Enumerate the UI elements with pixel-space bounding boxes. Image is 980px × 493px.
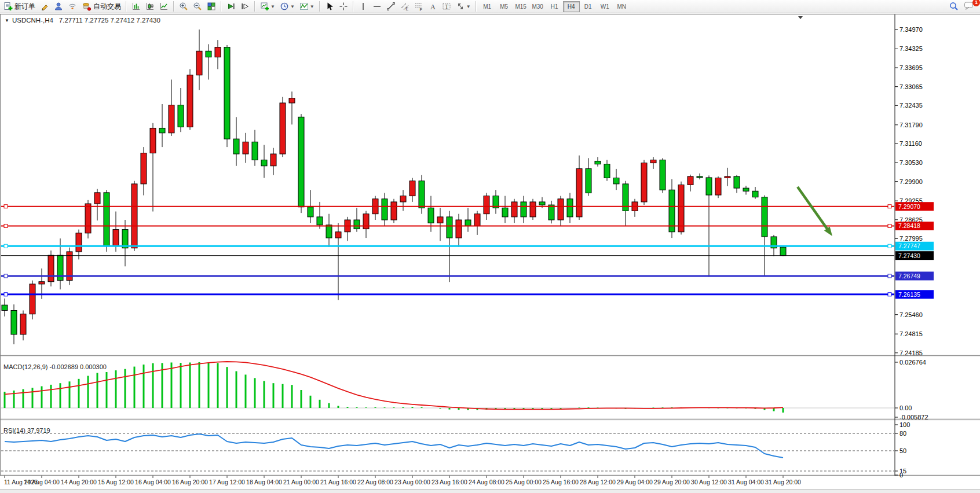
candle-down xyxy=(104,193,109,246)
candle-up xyxy=(530,202,536,217)
line-anchor-handle[interactable] xyxy=(4,274,8,278)
candle-down xyxy=(780,247,786,256)
fibonacci-icon: F xyxy=(414,2,423,11)
signals-button[interactable] xyxy=(66,1,79,12)
svg-text:F: F xyxy=(419,7,422,12)
chart-symbol-header[interactable]: ▼ USDCNH-,H4 7.27711 7.27725 7.27412 7.2… xyxy=(5,17,160,24)
equidistant-channel-tool-button[interactable]: E xyxy=(398,1,411,12)
candle-up xyxy=(558,199,564,220)
candle-down xyxy=(428,208,434,223)
candle-up xyxy=(335,232,341,238)
time-axis-label: 15 Aug 12:00 xyxy=(98,479,134,485)
line-anchor-handle[interactable] xyxy=(888,205,891,208)
indicators-button[interactable]: ▼ xyxy=(298,1,316,12)
bar-chart-mode-button[interactable] xyxy=(130,1,142,12)
price-tick-label: 7.32435 xyxy=(899,102,923,109)
chart-shift-button[interactable] xyxy=(239,1,251,12)
candle-down xyxy=(743,188,749,191)
timeframe-button-m30[interactable]: M30 xyxy=(529,1,546,12)
timeframe-button-h4[interactable]: H4 xyxy=(563,1,580,12)
trendline-tool-button[interactable] xyxy=(385,1,397,12)
candle-down xyxy=(762,197,767,237)
candle-up xyxy=(391,202,397,220)
candle-down xyxy=(502,208,508,217)
trendline-icon xyxy=(386,2,396,11)
timeframe-button-h1[interactable]: H1 xyxy=(546,1,563,12)
time-axis-label: 16 Aug 04:00 xyxy=(135,479,171,485)
timeframe-button-m5[interactable]: M5 xyxy=(496,1,513,12)
price-tick-label: 7.31790 xyxy=(899,122,923,128)
line-anchor-handle[interactable] xyxy=(888,293,891,296)
candle-down xyxy=(11,310,17,334)
candle-down xyxy=(752,191,758,197)
line-anchor-handle[interactable] xyxy=(888,244,891,248)
metaeditor-button[interactable] xyxy=(38,1,51,12)
text-tool-button[interactable]: A xyxy=(426,1,439,12)
svg-text:T: T xyxy=(445,4,448,10)
timeframe-button-mn[interactable]: MN xyxy=(613,1,630,12)
candle-down xyxy=(706,178,712,195)
price-tick-label: 7.33695 xyxy=(899,64,923,71)
auto-trading-button[interactable]: 自动交易 xyxy=(80,1,123,12)
time-axis-label: 17 Aug 12:00 xyxy=(209,479,245,485)
tile-windows-button[interactable] xyxy=(205,1,218,12)
zoom-in-button[interactable] xyxy=(177,1,190,12)
line-anchor-handle[interactable] xyxy=(4,244,8,248)
line-anchor-handle[interactable] xyxy=(4,293,8,296)
horizontal-line-tool-button[interactable] xyxy=(371,1,383,12)
price-tick-label: 7.34970 xyxy=(899,26,923,33)
candle-up xyxy=(30,284,35,314)
toolbar-separator xyxy=(254,1,255,12)
candle-up xyxy=(289,98,295,103)
time-axis-label: 31 Aug 04:00 xyxy=(728,479,764,485)
line-anchor-handle[interactable] xyxy=(888,224,891,227)
candle-up xyxy=(113,230,119,246)
candle-down xyxy=(419,181,425,208)
time-axis-label: 28 Aug 12:00 xyxy=(580,479,616,485)
candle-up xyxy=(215,47,221,57)
timeframe-button-m15[interactable]: M15 xyxy=(513,1,529,12)
profiles-button[interactable]: ▼ xyxy=(278,1,297,12)
time-axis-label: 29 Aug 20:00 xyxy=(654,479,690,485)
new-chart-button[interactable]: ▼ xyxy=(258,1,277,12)
cursor-tool-button[interactable] xyxy=(323,1,336,12)
time-axis-label: 21 Aug 16:00 xyxy=(320,479,356,485)
new-order-button[interactable]: 新订单 xyxy=(2,1,37,12)
candle-down xyxy=(224,47,230,139)
line-anchor-handle[interactable] xyxy=(4,205,8,208)
line-anchor-handle[interactable] xyxy=(4,224,8,227)
candle-down xyxy=(447,217,452,238)
market-watch-button[interactable] xyxy=(52,1,65,12)
arrows-tool-button[interactable]: ▼ xyxy=(454,1,473,12)
line-anchor-handle[interactable] xyxy=(888,274,891,278)
candlestick-mode-button[interactable] xyxy=(144,1,156,12)
crosshair-tool-button[interactable] xyxy=(337,1,350,12)
time-axis-label: 22 Aug 08:00 xyxy=(357,479,393,485)
timeframe-button-d1[interactable]: D1 xyxy=(580,1,597,12)
candle-up xyxy=(641,163,647,202)
timeframe-button-m1[interactable]: M1 xyxy=(479,1,496,12)
macd-tick-label: 0.026764 xyxy=(899,359,926,366)
price-tick-label: 7.34325 xyxy=(899,45,923,52)
candle-up xyxy=(474,214,480,226)
line-chart-mode-button[interactable] xyxy=(158,1,170,12)
vertical-line-tool-button[interactable] xyxy=(357,1,370,12)
timeframe-button-w1[interactable]: W1 xyxy=(597,1,613,12)
chart-canvas[interactable]: 7.349707.343257.336957.330657.324357.317… xyxy=(0,14,980,489)
price-tick-label: 7.27995 xyxy=(899,235,923,242)
new-order-icon xyxy=(3,2,13,11)
zoom-out-button[interactable] xyxy=(191,1,204,12)
candle-down xyxy=(567,199,573,217)
candlestick-icon xyxy=(145,2,155,11)
text-label-tool-button[interactable]: T xyxy=(440,1,453,12)
search-button[interactable] xyxy=(947,1,961,12)
fibonacci-tool-button[interactable]: F xyxy=(412,1,425,12)
arrows-icon xyxy=(456,2,465,11)
time-axis-label: 21 Aug 00:00 xyxy=(283,479,319,485)
candle-up xyxy=(48,255,54,282)
auto-scroll-button[interactable] xyxy=(225,1,237,12)
notification-badge[interactable]: 1 xyxy=(972,0,980,6)
candle-down xyxy=(206,51,211,57)
macd-indicator-label: MACD(12,26,9) -0.002689 0.000300 xyxy=(3,363,107,370)
chevron-down-icon: ▼ xyxy=(466,4,471,9)
